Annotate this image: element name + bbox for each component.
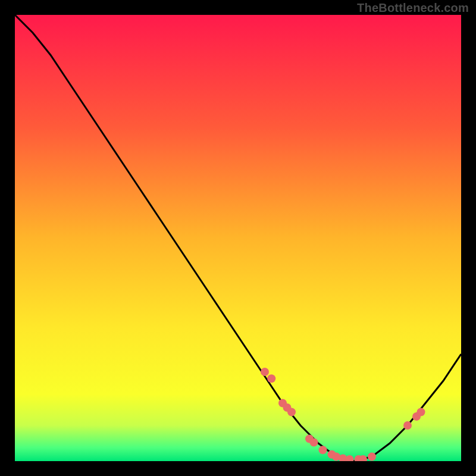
gradient-background bbox=[15, 15, 461, 461]
marker-point bbox=[287, 408, 296, 416]
marker-point bbox=[417, 408, 425, 416]
marker-point bbox=[310, 439, 318, 447]
plot-area bbox=[15, 15, 461, 461]
marker-point bbox=[261, 368, 269, 376]
marker-point bbox=[403, 421, 412, 430]
marker-point bbox=[319, 446, 327, 454]
chart-svg bbox=[15, 15, 461, 461]
chart-frame: TheBottleneck.com bbox=[0, 0, 476, 476]
marker-point bbox=[368, 453, 376, 461]
marker-point bbox=[267, 374, 275, 383]
watermark-text: TheBottleneck.com bbox=[357, 1, 469, 15]
